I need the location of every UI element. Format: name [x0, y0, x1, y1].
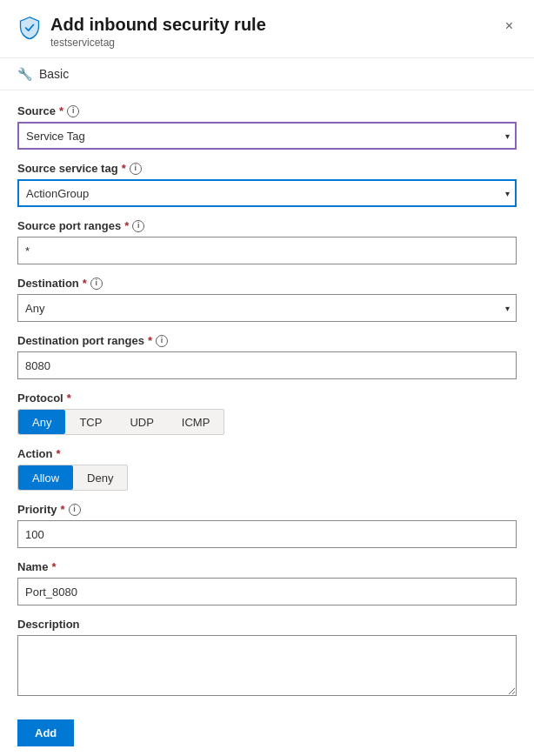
priority-label: Priority * i [17, 503, 517, 516]
destination-port-ranges-input[interactable] [17, 351, 517, 379]
destination-info-icon[interactable]: i [90, 278, 103, 290]
destination-port-ranges-field-group: Destination port ranges * i [17, 334, 517, 379]
source-port-ranges-required: * [124, 219, 129, 232]
destination-port-ranges-label: Destination port ranges * i [17, 334, 517, 347]
protocol-label: Protocol * [17, 391, 517, 405]
panel-title: Add inbound security rule [50, 14, 266, 35]
source-service-tag-info-icon[interactable]: i [130, 163, 142, 175]
panel-subtitle: testservicetag [50, 37, 266, 49]
source-service-tag-required: * [122, 162, 126, 175]
source-service-tag-field-group: Source service tag * i ActionGroup ▾ [17, 162, 517, 207]
protocol-required: * [67, 391, 71, 405]
protocol-any-button[interactable]: Any [18, 410, 65, 434]
name-required: * [51, 560, 56, 573]
description-label: Description [17, 618, 517, 631]
section-bar: 🔧 Basic [0, 58, 534, 90]
action-field-group: Action * Allow Deny [17, 447, 517, 491]
source-port-ranges-label: Source port ranges * i [17, 219, 517, 232]
destination-label: Destination * i [17, 277, 517, 290]
description-field-group: Description [17, 618, 517, 699]
source-label: Source * i [17, 104, 517, 117]
priority-field-group: Priority * i [17, 503, 517, 548]
shield-icon [17, 16, 42, 43]
protocol-udp-button[interactable]: UDP [116, 410, 167, 434]
source-select[interactable]: Service Tag [17, 122, 517, 150]
action-allow-button[interactable]: Allow [18, 465, 73, 490]
source-field-group: Source * i Service Tag ▾ [17, 104, 517, 150]
destination-select[interactable]: Any [17, 294, 517, 322]
action-deny-button[interactable]: Deny [73, 465, 127, 490]
add-button[interactable]: Add [17, 719, 74, 746]
protocol-icmp-button[interactable]: ICMP [168, 410, 224, 434]
name-input[interactable] [17, 578, 517, 605]
protocol-toggle-group: Any TCP UDP ICMP [17, 409, 224, 435]
close-button[interactable]: × [502, 16, 517, 37]
source-port-ranges-input[interactable] [17, 237, 517, 264]
source-service-tag-select-wrapper: ActionGroup ▾ [17, 179, 517, 207]
source-service-tag-label: Source service tag * i [17, 162, 517, 175]
header-left: Add inbound security rule testservicetag [17, 14, 266, 49]
source-port-ranges-info-icon[interactable]: i [132, 220, 144, 232]
source-select-wrapper: Service Tag ▾ [17, 122, 517, 150]
action-required: * [56, 447, 60, 460]
wrench-icon: 🔧 [17, 67, 32, 81]
source-required: * [59, 104, 63, 117]
name-label: Name * [17, 560, 517, 573]
form-body: Source * i Service Tag ▾ Source service … [0, 90, 534, 756]
section-label: Basic [39, 67, 69, 81]
protocol-field-group: Protocol * Any TCP UDP ICMP [17, 391, 517, 435]
panel: Add inbound security rule testservicetag… [0, 0, 534, 756]
priority-input[interactable] [17, 520, 517, 548]
priority-required: * [61, 503, 65, 516]
panel-header: Add inbound security rule testservicetag… [0, 0, 534, 58]
source-port-ranges-field-group: Source port ranges * i [17, 219, 517, 264]
destination-select-wrapper: Any ▾ [17, 294, 517, 322]
destination-port-ranges-required: * [148, 334, 152, 347]
destination-required: * [83, 277, 87, 290]
protocol-tcp-button[interactable]: TCP [65, 410, 116, 434]
priority-info-icon[interactable]: i [69, 504, 81, 516]
description-input[interactable] [17, 635, 517, 696]
action-label: Action * [17, 447, 517, 460]
action-toggle-group: Allow Deny [17, 465, 128, 491]
destination-port-ranges-info-icon[interactable]: i [156, 335, 168, 347]
source-info-icon[interactable]: i [67, 105, 79, 117]
panel-title-block: Add inbound security rule testservicetag [50, 14, 266, 49]
destination-field-group: Destination * i Any ▾ [17, 277, 517, 322]
source-service-tag-select[interactable]: ActionGroup [17, 179, 517, 207]
name-field-group: Name * [17, 560, 517, 605]
